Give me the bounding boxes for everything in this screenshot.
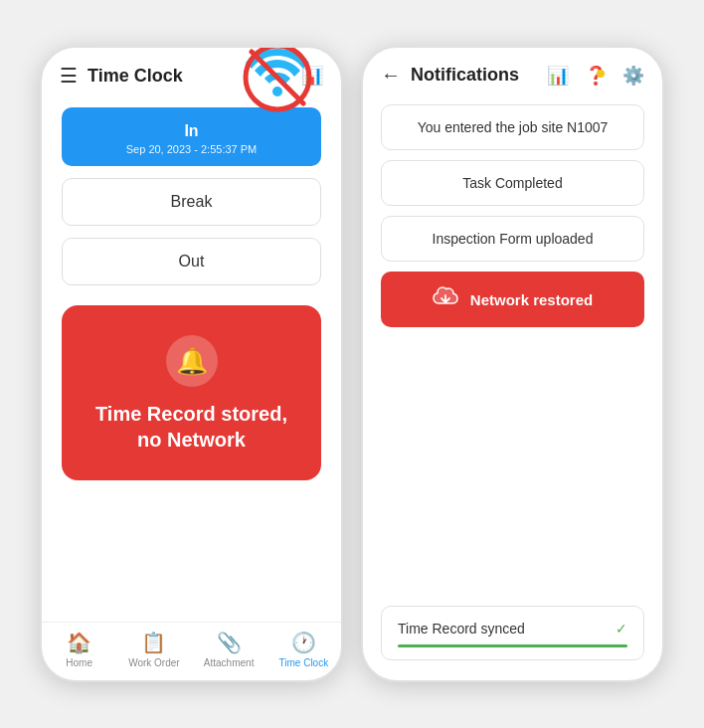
left-phone: ☰ Time Clock 📊 In Sep 20, 2023 - 2:55:37… bbox=[40, 46, 343, 682]
right-content: You entered the job site N1007 Task Comp… bbox=[363, 96, 662, 606]
nav-time-clock[interactable]: 🕐 Time Clock bbox=[266, 631, 341, 668]
menu-icon[interactable]: ☰ bbox=[60, 64, 78, 88]
nav-home-label: Home bbox=[66, 657, 92, 668]
right-phone-title: Notifications bbox=[411, 65, 531, 86]
sync-row: Time Record synced ✓ bbox=[398, 621, 627, 637]
nav-time-clock-label: Time Clock bbox=[279, 657, 329, 668]
notification-text-2: Task Completed bbox=[462, 175, 562, 191]
nav-home[interactable]: 🏠 Home bbox=[42, 631, 116, 668]
out-button[interactable]: Out bbox=[62, 238, 321, 285]
bottom-nav: 🏠 Home 📋 Work Order 📎 Attachment 🕐 Time … bbox=[42, 622, 341, 680]
sync-bar: Time Record synced ✓ bbox=[381, 606, 644, 660]
app-container: ☰ Time Clock 📊 In Sep 20, 2023 - 2:55:37… bbox=[20, 16, 684, 712]
offline-card: 🔔 Time Record stored, no Network bbox=[62, 305, 321, 480]
nav-work-order[interactable]: 📋 Work Order bbox=[116, 631, 191, 668]
chart-icon-right[interactable]: 📊 bbox=[547, 65, 569, 87]
attachment-icon: 📎 bbox=[217, 631, 242, 654]
notification-item-4-alert[interactable]: Network restored bbox=[381, 272, 644, 327]
home-icon: 🏠 bbox=[67, 631, 91, 654]
notification-item-2[interactable]: Task Completed bbox=[381, 160, 644, 206]
nav-work-order-label: Work Order bbox=[128, 657, 180, 668]
svg-point-0 bbox=[272, 87, 282, 96]
time-clock-icon: 🕐 bbox=[291, 631, 316, 654]
cloud-sync-icon bbox=[433, 285, 458, 313]
bell-icon: 🔔 bbox=[166, 335, 218, 387]
progress-fill bbox=[398, 644, 627, 647]
back-icon[interactable]: ← bbox=[381, 64, 401, 87]
wifi-no-signal-badge bbox=[234, 46, 321, 121]
spacer bbox=[381, 337, 644, 598]
notification-text-4: Network restored bbox=[470, 291, 593, 308]
settings-icon[interactable]: ⚙️ bbox=[622, 65, 644, 87]
left-content: In Sep 20, 2023 - 2:55:37 PM Break Out 🔔… bbox=[42, 97, 341, 622]
sync-label: Time Record synced bbox=[398, 621, 525, 637]
notification-dot bbox=[597, 70, 605, 78]
right-phone: ← Notifications 📊 ❓ ⚙️ You entered the j… bbox=[361, 46, 664, 682]
work-order-icon: 📋 bbox=[141, 631, 166, 654]
nav-attachment-label: Attachment bbox=[204, 657, 255, 668]
nav-attachment[interactable]: 📎 Attachment bbox=[192, 631, 266, 668]
notification-item-3[interactable]: Inspection Form uploaded bbox=[381, 216, 644, 262]
offline-message: Time Record stored, no Network bbox=[82, 401, 301, 453]
right-header: ← Notifications 📊 ❓ ⚙️ bbox=[363, 48, 662, 96]
notification-item-1[interactable]: You entered the job site N1007 bbox=[381, 104, 644, 150]
notification-text-1: You entered the job site N1007 bbox=[418, 119, 609, 135]
notification-text-3: Inspection Form uploaded bbox=[433, 231, 594, 247]
check-icon: ✓ bbox=[616, 621, 627, 637]
progress-track bbox=[398, 644, 627, 647]
break-button[interactable]: Break bbox=[62, 178, 321, 226]
